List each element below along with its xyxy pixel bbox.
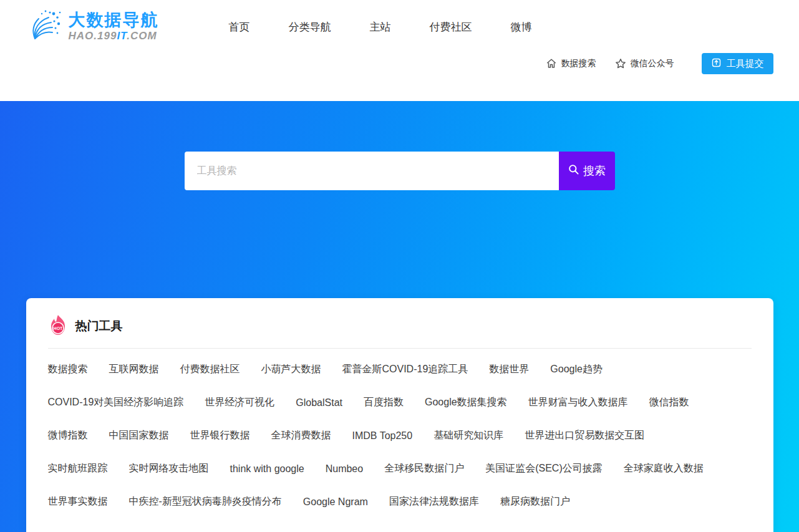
header-top-row: 大数据导航 HAO.199IT.COM 首页 分类导航 主站 付费社区 微博 [26,0,773,47]
wechat-official-link[interactable]: 微信公众号 [615,58,674,69]
tool-link[interactable]: 实时网络攻击地图 [129,462,209,475]
tool-link[interactable]: 数据世界 [489,363,529,376]
tool-link[interactable]: COVID-19对美国经济影响追踪 [48,396,184,409]
tool-row: 微博指数中国国家数据世界银行数据全球消费数据IMDB Top250基础研究知识库… [48,419,752,452]
nav-item-main-site[interactable]: 主站 [370,20,391,34]
tool-link[interactable]: 世界进出口贸易数据交互图 [525,429,644,442]
tool-row: COVID-19对美国经济影响追踪世界经济可视化GlobalStat百度指数Go… [48,386,752,419]
tool-link[interactable]: 国家法律法规数据库 [389,495,479,508]
hero-section: 搜索 HOT 热门工具 数据搜索互联网数据付费数据社区小葫芦大数据霍普金斯COV… [0,101,799,532]
nav-item-weibo[interactable]: 微博 [511,20,532,34]
tool-link[interactable]: 世界银行数据 [190,429,250,442]
tool-link[interactable]: 付费数据社区 [180,363,240,376]
tool-link[interactable]: 基础研究知识库 [433,429,503,442]
home-icon [546,58,557,69]
dandelion-logo-icon [26,7,62,46]
tool-row: 数据搜索互联网数据付费数据社区小葫芦大数据霍普金斯COVID-19追踪工具数据世… [48,353,752,386]
tool-link[interactable]: 数据搜索 [48,363,88,376]
utility-row: 数据搜索 微信公众号 工具提交 [26,47,773,80]
tool-search-input[interactable] [185,152,559,190]
tool-link[interactable]: think with google [230,463,304,475]
nav-item-categories[interactable]: 分类导航 [289,20,331,34]
tool-link[interactable]: 世界经济可视化 [205,396,274,409]
tool-link[interactable]: 世界事实数据 [48,495,108,508]
tool-link[interactable]: 中国国家数据 [109,429,169,442]
hot-tools-header: HOT 热门工具 [48,314,752,338]
tool-link[interactable]: 霍普金斯COVID-19追踪工具 [342,363,468,376]
header: 大数据导航 HAO.199IT.COM 首页 分类导航 主站 付费社区 微博 数 [0,0,799,101]
tool-link[interactable]: GlobalStat [296,397,342,409]
tool-link[interactable]: 互联网数据 [109,363,159,376]
tool-link[interactable]: Google数据集搜索 [425,396,507,409]
tool-link[interactable]: 中疾控-新型冠状病毒肺炎疫情分布 [129,495,282,508]
tool-link[interactable]: 全球家庭收入数据 [624,462,704,475]
tool-link[interactable]: Numbeo [326,463,363,475]
tool-link[interactable]: 实时航班跟踪 [48,462,108,475]
nav-item-home[interactable]: 首页 [229,20,250,34]
tool-link[interactable]: IMDB Top250 [352,430,413,442]
site-subtitle: HAO.199IT.COM [69,30,159,42]
tool-link-list: 数据搜索互联网数据付费数据社区小葫芦大数据霍普金斯COVID-19追踪工具数据世… [48,353,752,518]
upload-icon [711,57,722,70]
search-icon [568,163,579,178]
search-button[interactable]: 搜索 [559,152,615,190]
tool-submit-button[interactable]: 工具提交 [702,53,773,74]
tool-row: 世界事实数据中疾控-新型冠状病毒肺炎疫情分布Google Ngram国家法律法规… [48,485,752,518]
logo-text: 大数据导航 HAO.199IT.COM [69,11,159,42]
tool-link[interactable]: 微信指数 [649,396,689,409]
hot-flame-icon: HOT [48,314,68,338]
tool-link[interactable]: 小葫芦大数据 [261,363,321,376]
tool-search-bar: 搜索 [185,101,615,190]
tool-link[interactable]: 美国证监会(SEC)公司披露 [485,462,603,475]
tool-row: 实时航班跟踪实时网络攻击地图think with googleNumbeo全球移… [48,452,752,485]
hot-tools-card: HOT 热门工具 数据搜索互联网数据付费数据社区小葫芦大数据霍普金斯COVID-… [26,298,773,532]
site-logo[interactable]: 大数据导航 HAO.199IT.COM [26,7,159,46]
tool-link[interactable]: Google趋势 [550,363,603,376]
main-nav: 首页 分类导航 主站 付费社区 微博 [229,20,532,34]
divider [48,348,752,349]
tool-link[interactable]: 全球消费数据 [271,429,331,442]
tool-link[interactable]: 全球移民数据门户 [384,462,464,475]
data-search-link[interactable]: 数据搜索 [546,58,596,69]
tool-link[interactable]: 百度指数 [364,396,404,409]
star-icon [615,58,626,69]
nav-item-paid-community[interactable]: 付费社区 [430,20,472,34]
svg-text:HOT: HOT [53,326,63,331]
tool-link[interactable]: Google Ngram [303,496,368,508]
tool-link[interactable]: 微博指数 [48,429,88,442]
site-title: 大数据导航 [69,11,159,30]
hot-tools-title: 热门工具 [75,318,123,334]
tool-link[interactable]: 糖尿病数据门户 [500,495,570,508]
tool-link[interactable]: 世界财富与收入数据库 [528,396,628,409]
